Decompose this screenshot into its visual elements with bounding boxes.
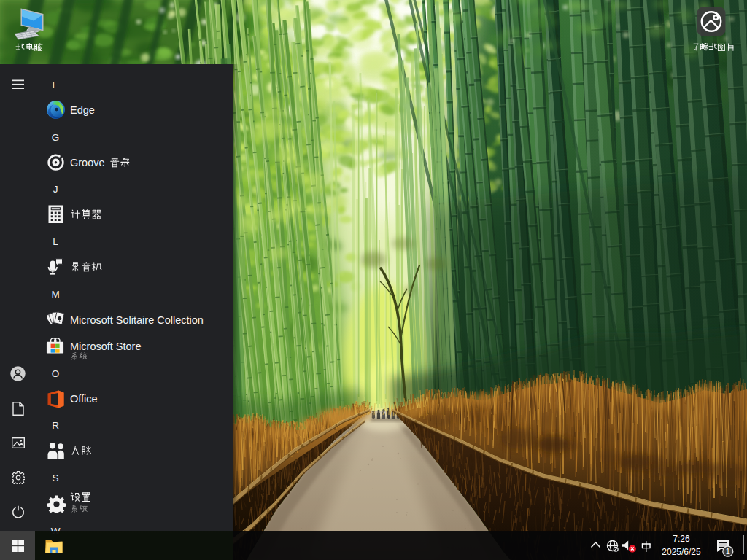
svg-text:1: 1 xyxy=(726,547,730,556)
